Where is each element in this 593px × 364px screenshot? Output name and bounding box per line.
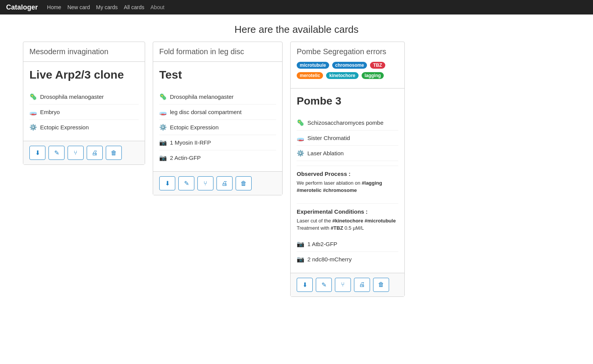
field-organism-1: 🦠 Drosophila melanogaster — [29, 89, 139, 105]
exp-text1-after: Treatment with — [297, 225, 331, 231]
tissue-label-1: Embryo — [40, 109, 60, 115]
card-pombe-title: Pombe 3 — [297, 95, 398, 108]
field-channel2-2: 📷 2 Actin-GFP — [159, 150, 276, 165]
card-fold-body: Test 🦠 Drosophila melanogaster 🧫 leg dis… — [153, 62, 282, 171]
field-organism-2: 🦠 Drosophila melanogaster — [159, 89, 276, 105]
exp-text1-before: Laser cut of the — [297, 218, 332, 224]
field-method-3: ⚙️ Laser Ablation — [297, 146, 398, 161]
organism-icon-3: 🦠 — [297, 119, 304, 126]
channel2-label-3: 2 ndc80-mCherry — [307, 256, 352, 263]
card-mesoderm: Mesoderm invagination Live Arp2/3 clone … — [23, 42, 145, 165]
tissue-label-2: leg disc dorsal compartment — [170, 109, 242, 115]
tag-lagging[interactable]: lagging — [362, 72, 384, 79]
edit-btn-3[interactable]: ✎ — [316, 278, 332, 292]
organism-icon-1: 🦠 — [29, 93, 37, 100]
nav-home[interactable]: Home — [47, 4, 61, 10]
method-icon-1: ⚙️ — [29, 124, 37, 131]
exp-bold1: #kinetochore #microtubule — [332, 218, 396, 224]
tissue-label-3: Sister Chromatid — [307, 135, 350, 141]
field-method-1: ⚙️ Ectopic Expression — [29, 120, 139, 135]
print-btn-3[interactable]: 🖨 — [354, 278, 370, 292]
nav-new-card[interactable]: New card — [67, 4, 90, 10]
download-btn-1[interactable]: ⬇ — [29, 146, 45, 160]
nav-about[interactable]: About — [150, 4, 165, 10]
observed-process-text: We perform laser ablation on #lagging #m… — [297, 179, 398, 194]
card-pombe: Pombe Segregation errors microtubule chr… — [290, 42, 405, 297]
nav-my-cards[interactable]: My cards — [96, 4, 118, 10]
channel1-label-3: 1 Atb2-GFP — [307, 241, 337, 247]
tissue-icon-3: 🧫 — [297, 134, 304, 142]
fork-btn-1[interactable]: ⑂ — [68, 146, 84, 160]
method-label-2: Ectopic Expression — [170, 124, 219, 130]
tag-merotelic[interactable]: merotelic — [297, 72, 323, 79]
method-label-1: Ectopic Expression — [40, 124, 89, 130]
cards-container: Mesoderm invagination Live Arp2/3 clone … — [0, 42, 593, 312]
channel1-label-2: 1 Myosin II-RFP — [170, 139, 211, 146]
observed-text-before: We perform laser ablation on — [297, 180, 362, 186]
method-icon-2: ⚙️ — [159, 124, 167, 131]
channel2-icon-3: 📷 — [297, 256, 304, 263]
navbar-brand[interactable]: Cataloger — [6, 3, 38, 11]
card-pombe-header-title: Pombe Segregation errors — [297, 47, 398, 56]
fork-btn-2[interactable]: ⑂ — [197, 176, 213, 190]
card-fold-title: Test — [159, 68, 276, 82]
card-pombe-tags: microtubule chromosome TBZ merotelic kin… — [297, 59, 398, 83]
organism-icon-2: 🦠 — [159, 93, 167, 100]
fork-btn-3[interactable]: ⑂ — [335, 278, 351, 292]
print-btn-2[interactable]: 🖨 — [217, 176, 233, 190]
exp-bold2: #TBZ — [331, 225, 343, 231]
card-mesoderm-title: Live Arp2/3 clone — [29, 68, 139, 82]
field-method-2: ⚙️ Ectopic Expression — [159, 120, 276, 135]
experimental-conditions-text: Laser cut of the #kinetochore #microtubu… — [297, 217, 398, 232]
delete-btn-2[interactable]: 🗑 — [236, 176, 252, 190]
field-tissue-3: 🧫 Sister Chromatid — [297, 130, 398, 146]
navbar: Cataloger Home New card My cards All car… — [0, 0, 593, 14]
organism-label-3: Schizosaccharomyces pombe — [307, 119, 383, 126]
tag-kinetochore[interactable]: kinetochore — [326, 72, 358, 79]
delete-btn-1[interactable]: 🗑 — [106, 146, 122, 160]
tag-tbz[interactable]: TBZ — [370, 62, 385, 69]
channel2-label-2: 2 Actin-GFP — [170, 155, 201, 161]
method-icon-3: ⚙️ — [297, 150, 304, 157]
field-channel1-2: 📷 1 Myosin II-RFP — [159, 135, 276, 150]
channel2-icon-2: 📷 — [159, 154, 167, 161]
nav-all-cards[interactable]: All cards — [124, 4, 144, 10]
edit-btn-1[interactable]: ✎ — [48, 146, 65, 160]
card-fold-actions: ⬇ ✎ ⑂ 🖨 🗑 — [153, 171, 282, 195]
field-tissue-1: 🧫 Embryo — [29, 105, 139, 120]
card-fold-header: Fold formation in leg disc — [153, 42, 282, 62]
experimental-conditions-title: Experimental Conditions : — [297, 208, 398, 215]
card-mesoderm-body: Live Arp2/3 clone 🦠 Drosophila melanogas… — [23, 62, 145, 141]
print-btn-1[interactable]: 🖨 — [87, 146, 103, 160]
tissue-icon-1: 🧫 — [29, 108, 37, 116]
tag-chromosome[interactable]: chromosome — [332, 62, 367, 69]
download-btn-2[interactable]: ⬇ — [159, 176, 175, 190]
exp-text1-end: 0.5 µM/L — [343, 225, 364, 231]
experimental-conditions-section: Experimental Conditions : Laser cut of t… — [297, 203, 398, 237]
field-tissue-2: 🧫 leg disc dorsal compartment — [159, 105, 276, 120]
observed-process-title: Observed Process : — [297, 171, 398, 177]
field-channel2-3: 📷 2 ndc80-mCherry — [297, 252, 398, 267]
card-fold: Fold formation in leg disc Test 🦠 Drosop… — [153, 42, 283, 195]
organism-label-2: Drosophila melanogaster — [170, 93, 234, 100]
card-mesoderm-actions: ⬇ ✎ ⑂ 🖨 🗑 — [23, 141, 145, 164]
download-btn-3[interactable]: ⬇ — [297, 278, 313, 292]
card-pombe-header: Pombe Segregation errors microtubule chr… — [291, 42, 404, 89]
field-organism-3: 🦠 Schizosaccharomyces pombe — [297, 115, 398, 130]
card-mesoderm-header: Mesoderm invagination — [23, 42, 145, 62]
card-pombe-actions: ⬇ ✎ ⑂ 🖨 🗑 — [291, 273, 404, 296]
method-label-3: Laser Ablation — [307, 150, 344, 156]
tissue-icon-2: 🧫 — [159, 108, 167, 116]
card-pombe-body: Pombe 3 🦠 Schizosaccharomyces pombe 🧫 Si… — [291, 89, 404, 273]
channel1-icon-3: 📷 — [297, 240, 304, 248]
page-heading: Here are the available cards — [0, 14, 593, 42]
organism-label-1: Drosophila melanogaster — [40, 93, 104, 100]
observed-process-section: Observed Process : We perform laser abla… — [297, 166, 398, 199]
delete-btn-3[interactable]: 🗑 — [373, 278, 389, 292]
channel1-icon-2: 📷 — [159, 139, 167, 146]
tag-microtubule[interactable]: microtubule — [297, 62, 329, 69]
edit-btn-2[interactable]: ✎ — [178, 176, 194, 190]
field-channel1-3: 📷 1 Atb2-GFP — [297, 237, 398, 252]
